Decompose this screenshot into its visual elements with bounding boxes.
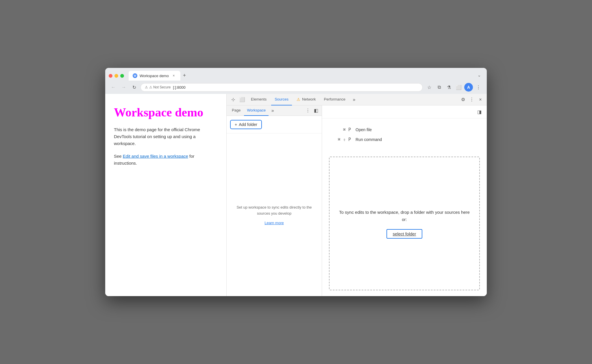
- select-folder-button[interactable]: select folder: [386, 229, 423, 239]
- open-file-label: Open file: [356, 127, 372, 132]
- url-bar[interactable]: ⚠ ⚠ Not Secure [:]:8000: [140, 83, 423, 92]
- see-label: See: [114, 154, 123, 159]
- devtools-toolbar-right: ⚙ ⋮ ×: [459, 96, 484, 104]
- tab-performance[interactable]: Performance: [321, 94, 349, 105]
- close-traffic-light[interactable]: [109, 74, 112, 78]
- url-text: [:]:8000: [173, 85, 185, 90]
- tab-sources[interactable]: Sources: [271, 94, 292, 105]
- security-indicator: ⚠ ⚠ Not Secure: [145, 85, 171, 89]
- sources-tab-actions: ⋮ ◧: [304, 107, 319, 114]
- workspace-link[interactable]: Edit and save files in a workspace: [123, 154, 188, 159]
- sources-sub-tabs: Page Workspace » ⋮ ◧: [227, 105, 322, 116]
- traffic-lights: [109, 74, 124, 78]
- open-file-shortcut: ⌘ P: [334, 127, 351, 132]
- warning-icon: ⚠: [145, 85, 148, 89]
- reload-button[interactable]: ↻: [130, 83, 138, 91]
- workspace-info-text: Set up workspace to sync edits directly …: [232, 205, 316, 217]
- file-commands: ⌘ P Open file ⌘ ⇧ P Run command: [322, 118, 487, 151]
- devtools-more-options[interactable]: ⋮: [468, 96, 476, 104]
- devtools-right-top: ◨: [322, 105, 487, 118]
- tab-elements[interactable]: Elements: [247, 94, 270, 105]
- network-warning-icon: ⚠: [297, 97, 300, 102]
- add-folder-button[interactable]: + Add folder: [230, 120, 262, 129]
- add-folder-label: Add folder: [239, 122, 257, 127]
- add-folder-area: + Add folder: [227, 116, 322, 133]
- tab-bar-right: ⌄: [475, 71, 483, 80]
- inspect-element-button[interactable]: ⊹: [229, 96, 237, 104]
- sources-sidebar-toggle[interactable]: ◧: [312, 107, 319, 114]
- devtools-left-panel: Page Workspace » ⋮ ◧: [227, 105, 322, 296]
- devtools-body: Page Workspace » ⋮ ◧: [227, 105, 487, 296]
- device-toggle-button[interactable]: ⬜: [238, 96, 246, 104]
- browser-tab[interactable]: W Workspace demo ×: [129, 71, 180, 81]
- add-folder-icon: +: [235, 122, 237, 127]
- run-command-label: Run command: [356, 137, 382, 142]
- workspace-info: Set up workspace to sync edits directly …: [227, 133, 322, 296]
- security-label: ⚠ Not Secure: [149, 85, 171, 89]
- learn-more-link[interactable]: Learn more: [264, 221, 284, 225]
- open-file-command: ⌘ P Open file: [334, 127, 475, 132]
- drop-zone[interactable]: To sync edits to the workspace, drop a f…: [329, 157, 480, 290]
- page-link-text: See Edit and save files in a workspace f…: [114, 153, 218, 167]
- browser-window: W Workspace demo × + ⌄ ← → ↻ ⚠ ⚠ Not Sec…: [105, 68, 487, 296]
- sources-more-tabs-button[interactable]: »: [269, 107, 276, 114]
- browser-content: Workspace demo This is the demo page for…: [105, 94, 487, 296]
- bookmark-icon[interactable]: ☆: [425, 83, 434, 92]
- sources-workspace-tab[interactable]: Workspace: [244, 105, 269, 116]
- tab-favicon: W: [133, 73, 137, 78]
- more-tabs-button[interactable]: »: [350, 96, 358, 104]
- page-title: Workspace demo: [114, 105, 218, 119]
- run-command-shortcut: ⌘ ⇧ P: [334, 137, 351, 142]
- title-bar: W Workspace demo × + ⌄: [105, 68, 487, 81]
- new-tab-button[interactable]: +: [180, 71, 188, 79]
- page-description: This is the demo page for the official C…: [114, 126, 218, 147]
- extensions-icon[interactable]: ⧉: [435, 83, 443, 92]
- maximize-traffic-light[interactable]: [120, 74, 124, 78]
- lab-icon[interactable]: ⚗: [445, 83, 453, 92]
- profile-icon[interactable]: A: [464, 83, 473, 92]
- devtools-toolbar: ⊹ ⬜ Elements Sources ⚠ Network Performan…: [227, 94, 487, 105]
- browser-menu-icon[interactable]: ⋮: [474, 83, 483, 92]
- tab-bar: W Workspace demo × +: [129, 71, 473, 81]
- tab-dropdown-button[interactable]: ⌄: [475, 71, 483, 79]
- right-panel-toggle[interactable]: ◨: [475, 108, 483, 116]
- sources-page-tab[interactable]: Page: [229, 105, 243, 116]
- page-area: Workspace demo This is the demo page for…: [105, 94, 227, 296]
- devtools-right-panel: ◨ ⌘ P Open file ⌘ ⇧ P Run command: [322, 105, 487, 296]
- address-bar: ← → ↻ ⚠ ⚠ Not Secure [:]:8000 ☆ ⧉ ⚗ ⬜ A …: [105, 81, 487, 94]
- split-icon[interactable]: ⬜: [454, 83, 463, 92]
- settings-button[interactable]: ⚙: [459, 96, 467, 104]
- sources-options-button[interactable]: ⋮: [304, 107, 311, 114]
- tab-network[interactable]: ⚠ Network: [293, 94, 319, 105]
- tab-close-button[interactable]: ×: [171, 73, 176, 78]
- minimize-traffic-light[interactable]: [114, 74, 118, 78]
- forward-button[interactable]: →: [120, 83, 128, 91]
- devtools-right-content: ⌘ P Open file ⌘ ⇧ P Run command To sync …: [322, 118, 487, 296]
- tab-title: Workspace demo: [140, 74, 169, 78]
- run-command-command: ⌘ ⇧ P Run command: [334, 137, 475, 142]
- devtools-panel: ⊹ ⬜ Elements Sources ⚠ Network Performan…: [227, 94, 487, 296]
- back-button[interactable]: ←: [109, 83, 117, 91]
- address-actions: ☆ ⧉ ⚗ ⬜ A ⋮: [425, 83, 483, 92]
- close-devtools-button[interactable]: ×: [476, 96, 484, 104]
- drop-zone-text: To sync edits to the workspace, drop a f…: [336, 209, 472, 223]
